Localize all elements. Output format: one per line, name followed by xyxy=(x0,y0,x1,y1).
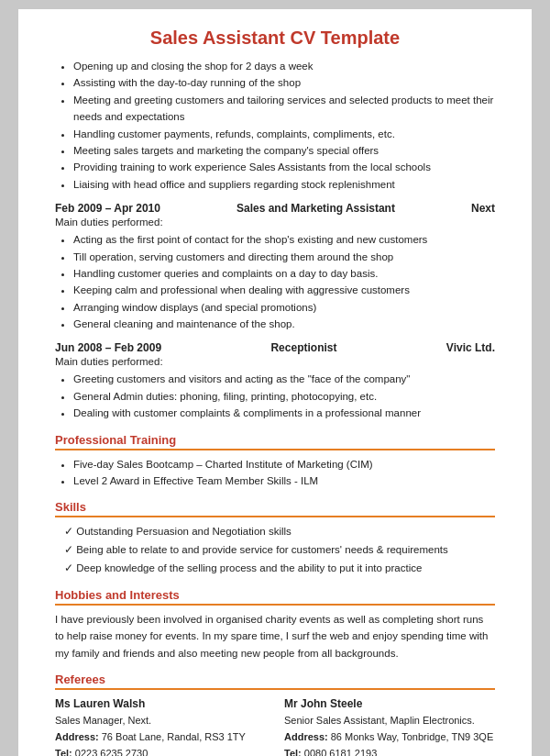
list-item: Meeting and greeting customers and tailo… xyxy=(73,92,495,126)
referee1-title: Sales Manager, Next. xyxy=(55,713,266,729)
referee2-address: Address: 86 Monks Way, Tonbridge, TN9 3Q… xyxy=(284,729,495,746)
hobbies-divider xyxy=(55,604,495,606)
list-item: Handling customer queries and complaints… xyxy=(73,265,495,282)
referee2-tel: Tel: 0080 6181 2193 xyxy=(284,746,495,756)
list-item: General Admin duties: phoning, filing, p… xyxy=(73,388,495,405)
list-item: Level 2 Award in Effective Team Member S… xyxy=(73,472,495,489)
referee2-name: Mr John Steele xyxy=(284,695,495,713)
list-item: Assisting with the day-to-day running of… xyxy=(73,74,495,91)
job1-header: Feb 2009 – Apr 2010 Sales and Marketing … xyxy=(55,202,495,215)
skills-heading: Skills xyxy=(55,500,495,514)
referee2-address-label: Address: xyxy=(284,731,328,742)
professional-training-heading: Professional Training xyxy=(55,433,495,447)
referee2-tel-label: Tel: xyxy=(284,748,302,756)
referee1-address-label: Address: xyxy=(55,731,99,742)
referee2-title: Senior Sales Assistant, Maplin Electroni… xyxy=(284,713,495,729)
referee-1: Ms Lauren Walsh Sales Manager, Next. Add… xyxy=(55,695,266,756)
job2-title: Receptionist xyxy=(270,341,336,354)
list-item: Providing training to work experience Sa… xyxy=(73,159,495,175)
list-item: Till operation, serving customers and di… xyxy=(73,249,495,265)
list-item: General cleaning and maintenance of the … xyxy=(73,316,495,332)
job1-duties-label: Main duties performed: xyxy=(55,217,495,228)
list-item: Arranging window displays (and special p… xyxy=(73,299,495,316)
list-item: Outstanding Persuasion and Negotiation s… xyxy=(64,523,495,541)
cv-page: Sales Assistant CV Template Opening up a… xyxy=(18,9,532,756)
job1-date: Feb 2009 – Apr 2010 xyxy=(55,202,160,215)
referees-section: Referees Ms Lauren Walsh Sales Manager, … xyxy=(55,673,495,756)
training-bullet-list: Five-day Sales Bootcamp – Charted Instit… xyxy=(55,456,495,490)
job2-bullet-list: Greeting customers and visitors and acti… xyxy=(55,371,495,421)
list-item: Dealing with customer complaints & compl… xyxy=(73,405,495,421)
list-item: Keeping calm and professional when deali… xyxy=(73,282,495,298)
list-item: Five-day Sales Bootcamp – Charted Instit… xyxy=(73,456,495,472)
list-item: Handling customer payments, refunds, com… xyxy=(73,126,495,142)
skills-list: Outstanding Persuasion and Negotiation s… xyxy=(55,523,495,577)
referee1-tel-label: Tel: xyxy=(55,748,72,756)
job1-company: Next xyxy=(471,202,495,215)
referees-heading: Referees xyxy=(55,673,495,686)
job2-header: Jun 2008 – Feb 2009 Receptionist Vivic L… xyxy=(55,341,495,354)
job1-bullet-list: Acting as the first point of contact for… xyxy=(55,231,495,332)
list-item: Deep knowledge of the selling process an… xyxy=(64,560,495,578)
list-item: Opening up and closing the shop for 2 da… xyxy=(73,58,495,74)
intro-bullet-list: Opening up and closing the shop for 2 da… xyxy=(55,58,495,193)
referee1-name: Ms Lauren Walsh xyxy=(55,695,266,713)
job1-title: Sales and Marketing Assistant xyxy=(236,202,395,215)
list-item: Acting as the first point of contact for… xyxy=(73,231,495,248)
list-item: Greeting customers and visitors and acti… xyxy=(73,371,495,387)
page-title: Sales Assistant CV Template xyxy=(55,28,495,49)
training-divider xyxy=(55,449,495,450)
list-item: Meeting sales targets and marketing the … xyxy=(73,142,495,159)
referee1-tel: Tel: 0223 6235 2730 xyxy=(55,746,266,756)
referees-grid: Ms Lauren Walsh Sales Manager, Next. Add… xyxy=(55,695,495,756)
job2-date: Jun 2008 – Feb 2009 xyxy=(55,341,161,354)
job2-company: Vivic Ltd. xyxy=(446,341,495,354)
referee-2: Mr John Steele Senior Sales Assistant, M… xyxy=(284,695,495,756)
list-item: Liaising with head office and suppliers … xyxy=(73,176,495,193)
list-item: Being able to relate to and provide serv… xyxy=(64,541,495,560)
hobbies-heading: Hobbies and Interests xyxy=(55,588,495,602)
job2-duties-label: Main duties performed: xyxy=(55,356,495,367)
referees-divider xyxy=(55,688,495,690)
referee1-address: Address: 76 Boat Lane, Randal, RS3 1TY xyxy=(55,729,266,746)
hobbies-text: I have previously been involved in organ… xyxy=(55,611,495,662)
skills-divider xyxy=(55,516,495,517)
